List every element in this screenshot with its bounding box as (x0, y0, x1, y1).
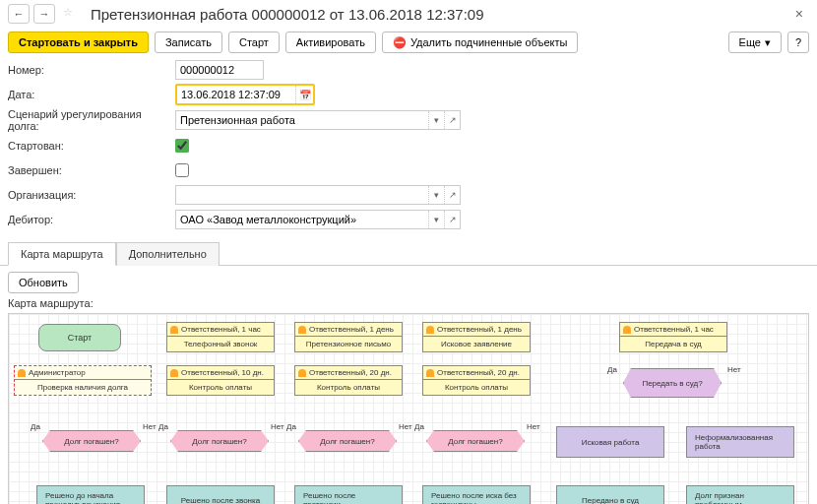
number-label: Номер: (8, 64, 175, 76)
wf-result-5[interactable]: Передано в суд (556, 485, 664, 504)
wf-lawsuit-box[interactable]: Исковая работа (556, 426, 664, 458)
wf-ctrl2-task[interactable]: Ответственный, 20 дн. Контроль оплаты (294, 365, 403, 396)
scenario-open-button[interactable]: ↗ (444, 111, 460, 129)
org-open-button[interactable]: ↗ (444, 186, 460, 204)
wf-letter-task[interactable]: Ответственный, 1 день Претензионное пись… (294, 322, 403, 352)
org-label: Организация: (8, 189, 175, 201)
delete-icon: ⛔ (393, 36, 407, 49)
started-checkbox[interactable] (175, 139, 189, 153)
debtor-label: Дебитор: (8, 214, 175, 225)
wf-paid-decision-1[interactable]: Долг погашен? (42, 430, 141, 452)
scenario-label: Сценарий урегулирования долга: (8, 108, 175, 132)
scenario-select: ▾ ↗ (175, 110, 461, 130)
page-title: Претензионная работа 000000012 от 13.06.… (91, 6, 484, 23)
edge-yes: Да (607, 365, 617, 374)
save-button[interactable]: Записать (155, 32, 222, 53)
scenario-input[interactable] (176, 111, 428, 129)
org-input[interactable] (176, 186, 428, 204)
person-icon (623, 326, 631, 334)
wf-court-task[interactable]: Ответственный, 1 час Передача в суд (619, 322, 727, 352)
started-label: Стартован: (8, 140, 175, 152)
date-input[interactable] (177, 86, 295, 103)
org-select: ▾ ↗ (175, 185, 461, 205)
number-input[interactable] (175, 60, 264, 80)
edge-yes: Да (158, 422, 168, 431)
edge-no: Нет (727, 365, 741, 374)
wf-paid-decision-2[interactable]: Долг погашен? (170, 430, 269, 452)
nav-back-button[interactable]: ← (8, 4, 30, 24)
route-map-label: Карта маршрута: (8, 297, 809, 309)
finished-checkbox[interactable] (175, 163, 189, 177)
wf-informal-box[interactable]: Неформализованная работа (686, 426, 794, 458)
person-icon (298, 326, 306, 334)
close-icon[interactable]: × (789, 4, 809, 24)
wf-result-1[interactable]: Решено до начала процедур взыскания (36, 485, 145, 504)
edge-no: Нет (399, 422, 412, 431)
edge-no: Нет (527, 422, 540, 431)
debtor-dropdown-button[interactable]: ▾ (428, 211, 444, 228)
edge-no: Нет (143, 422, 157, 431)
help-button[interactable]: ? (787, 32, 809, 53)
debtor-input[interactable] (176, 211, 428, 228)
edge-yes: Да (31, 422, 40, 431)
wf-ctrl3-task[interactable]: Ответственный, 20 дн. Контроль оплаты (422, 365, 531, 396)
wf-result-6[interactable]: Долг признан проблемным (686, 485, 794, 504)
debtor-open-button[interactable]: ↗ (444, 211, 460, 228)
scenario-dropdown-button[interactable]: ▾ (428, 111, 444, 129)
delete-subordinate-button[interactable]: ⛔Удалить подчиненные объекты (382, 32, 579, 53)
person-icon (426, 326, 434, 334)
nav-forward-button[interactable]: → (33, 4, 55, 24)
debtor-select: ▾ ↗ (175, 210, 461, 229)
org-dropdown-button[interactable]: ▾ (428, 186, 444, 204)
edge-yes: Да (414, 422, 424, 431)
chevron-down-icon: ▾ (765, 36, 771, 49)
tab-route-map[interactable]: Карта маршрута (8, 242, 116, 266)
date-picker-button[interactable]: 📅 (295, 86, 313, 103)
more-button[interactable]: Еще ▾ (728, 32, 782, 53)
edge-yes: Да (286, 422, 296, 431)
wf-claim-task[interactable]: Ответственный, 1 день Исковое заявление (422, 322, 531, 352)
edge-no: Нет (271, 422, 284, 431)
tab-additional[interactable]: Дополнительно (116, 242, 220, 266)
refresh-button[interactable]: Обновить (8, 272, 79, 293)
date-field: 📅 (175, 84, 315, 105)
date-label: Дата: (8, 89, 175, 100)
wf-ctrl1-task[interactable]: Ответственный, 10 дн. Контроль оплаты (166, 365, 275, 396)
person-icon (298, 369, 306, 377)
start-button[interactable]: Старт (228, 32, 280, 53)
person-icon (426, 369, 434, 377)
favorite-star-icon[interactable]: ☆ (63, 6, 79, 22)
person-icon (170, 369, 178, 377)
activate-button[interactable]: Активировать (285, 32, 376, 53)
wf-court-decision[interactable]: Передать в суд? (623, 368, 722, 398)
wf-phone-task[interactable]: Ответственный, 1 час Телефонный звонок (166, 322, 275, 352)
wf-result-2[interactable]: Решено после звонка (166, 485, 275, 504)
workflow-canvas[interactable]: Старт Администратор Проверка наличия дол… (8, 313, 809, 504)
start-and-close-button[interactable]: Стартовать и закрыть (8, 32, 149, 53)
person-icon (170, 326, 178, 334)
wf-paid-decision-4[interactable]: Долг погашен? (426, 430, 525, 452)
wf-result-4[interactable]: Решено после иска без госпошлины (422, 485, 531, 504)
person-icon (18, 369, 26, 377)
wf-result-3[interactable]: Решено после претензии (294, 485, 403, 504)
wf-start-node[interactable]: Старт (38, 324, 121, 351)
wf-admin-task[interactable]: Администратор Проверка наличия долга (14, 365, 152, 396)
finished-label: Завершен: (8, 164, 175, 176)
wf-paid-decision-3[interactable]: Долг погашен? (298, 430, 397, 452)
